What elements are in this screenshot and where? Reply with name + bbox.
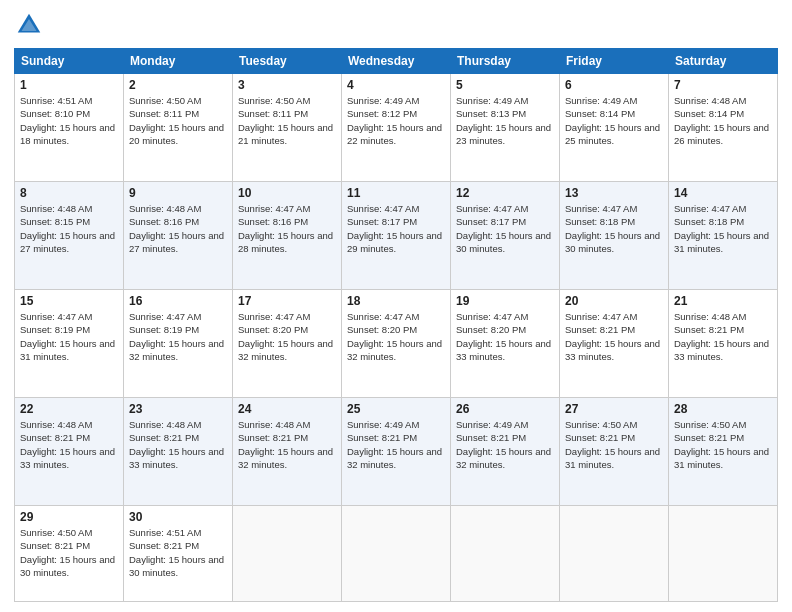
- calendar-cell: 5 Sunrise: 4:49 AMSunset: 8:13 PMDayligh…: [451, 74, 560, 182]
- column-header-monday: Monday: [124, 49, 233, 74]
- calendar-row-1: 8 Sunrise: 4:48 AMSunset: 8:15 PMDayligh…: [15, 182, 778, 290]
- calendar-row-4: 29 Sunrise: 4:50 AMSunset: 8:21 PMDaylig…: [15, 506, 778, 602]
- calendar-cell: [451, 506, 560, 602]
- calendar-cell: [342, 506, 451, 602]
- calendar-table: SundayMondayTuesdayWednesdayThursdayFrid…: [14, 48, 778, 602]
- day-number: 22: [20, 402, 118, 416]
- calendar-cell: 19 Sunrise: 4:47 AMSunset: 8:20 PMDaylig…: [451, 290, 560, 398]
- calendar-cell: 13 Sunrise: 4:47 AMSunset: 8:18 PMDaylig…: [560, 182, 669, 290]
- day-number: 25: [347, 402, 445, 416]
- calendar-cell: 16 Sunrise: 4:47 AMSunset: 8:19 PMDaylig…: [124, 290, 233, 398]
- cell-info: Sunrise: 4:47 AMSunset: 8:16 PMDaylight:…: [238, 203, 333, 254]
- day-number: 14: [674, 186, 772, 200]
- calendar-cell: 14 Sunrise: 4:47 AMSunset: 8:18 PMDaylig…: [669, 182, 778, 290]
- day-number: 26: [456, 402, 554, 416]
- page: SundayMondayTuesdayWednesdayThursdayFrid…: [0, 0, 792, 612]
- calendar-cell: 20 Sunrise: 4:47 AMSunset: 8:21 PMDaylig…: [560, 290, 669, 398]
- day-number: 12: [456, 186, 554, 200]
- calendar-cell: 25 Sunrise: 4:49 AMSunset: 8:21 PMDaylig…: [342, 398, 451, 506]
- column-header-wednesday: Wednesday: [342, 49, 451, 74]
- day-number: 10: [238, 186, 336, 200]
- cell-info: Sunrise: 4:49 AMSunset: 8:13 PMDaylight:…: [456, 95, 551, 146]
- day-number: 27: [565, 402, 663, 416]
- cell-info: Sunrise: 4:50 AMSunset: 8:21 PMDaylight:…: [674, 419, 769, 470]
- calendar-cell: [233, 506, 342, 602]
- day-number: 4: [347, 78, 445, 92]
- calendar-cell: 9 Sunrise: 4:48 AMSunset: 8:16 PMDayligh…: [124, 182, 233, 290]
- day-number: 9: [129, 186, 227, 200]
- cell-info: Sunrise: 4:50 AMSunset: 8:21 PMDaylight:…: [565, 419, 660, 470]
- calendar-cell: 22 Sunrise: 4:48 AMSunset: 8:21 PMDaylig…: [15, 398, 124, 506]
- calendar-row-0: 1 Sunrise: 4:51 AMSunset: 8:10 PMDayligh…: [15, 74, 778, 182]
- day-number: 20: [565, 294, 663, 308]
- calendar-cell: 3 Sunrise: 4:50 AMSunset: 8:11 PMDayligh…: [233, 74, 342, 182]
- cell-info: Sunrise: 4:50 AMSunset: 8:21 PMDaylight:…: [20, 527, 115, 578]
- calendar-cell: 11 Sunrise: 4:47 AMSunset: 8:17 PMDaylig…: [342, 182, 451, 290]
- calendar-cell: 28 Sunrise: 4:50 AMSunset: 8:21 PMDaylig…: [669, 398, 778, 506]
- day-number: 1: [20, 78, 118, 92]
- column-header-sunday: Sunday: [15, 49, 124, 74]
- logo-icon: [14, 10, 44, 40]
- calendar-cell: 1 Sunrise: 4:51 AMSunset: 8:10 PMDayligh…: [15, 74, 124, 182]
- cell-info: Sunrise: 4:48 AMSunset: 8:16 PMDaylight:…: [129, 203, 224, 254]
- cell-info: Sunrise: 4:47 AMSunset: 8:20 PMDaylight:…: [456, 311, 551, 362]
- cell-info: Sunrise: 4:48 AMSunset: 8:21 PMDaylight:…: [238, 419, 333, 470]
- cell-info: Sunrise: 4:48 AMSunset: 8:21 PMDaylight:…: [20, 419, 115, 470]
- calendar-cell: 21 Sunrise: 4:48 AMSunset: 8:21 PMDaylig…: [669, 290, 778, 398]
- calendar-cell: 4 Sunrise: 4:49 AMSunset: 8:12 PMDayligh…: [342, 74, 451, 182]
- cell-info: Sunrise: 4:49 AMSunset: 8:21 PMDaylight:…: [456, 419, 551, 470]
- logo: [14, 10, 48, 40]
- day-number: 17: [238, 294, 336, 308]
- day-number: 18: [347, 294, 445, 308]
- day-number: 21: [674, 294, 772, 308]
- cell-info: Sunrise: 4:47 AMSunset: 8:21 PMDaylight:…: [565, 311, 660, 362]
- cell-info: Sunrise: 4:47 AMSunset: 8:17 PMDaylight:…: [456, 203, 551, 254]
- calendar-cell: 7 Sunrise: 4:48 AMSunset: 8:14 PMDayligh…: [669, 74, 778, 182]
- day-number: 28: [674, 402, 772, 416]
- cell-info: Sunrise: 4:47 AMSunset: 8:20 PMDaylight:…: [238, 311, 333, 362]
- column-header-tuesday: Tuesday: [233, 49, 342, 74]
- cell-info: Sunrise: 4:50 AMSunset: 8:11 PMDaylight:…: [238, 95, 333, 146]
- cell-info: Sunrise: 4:51 AMSunset: 8:21 PMDaylight:…: [129, 527, 224, 578]
- day-number: 11: [347, 186, 445, 200]
- cell-info: Sunrise: 4:48 AMSunset: 8:14 PMDaylight:…: [674, 95, 769, 146]
- calendar-cell: [560, 506, 669, 602]
- cell-info: Sunrise: 4:51 AMSunset: 8:10 PMDaylight:…: [20, 95, 115, 146]
- calendar-cell: 12 Sunrise: 4:47 AMSunset: 8:17 PMDaylig…: [451, 182, 560, 290]
- day-number: 3: [238, 78, 336, 92]
- calendar-cell: 10 Sunrise: 4:47 AMSunset: 8:16 PMDaylig…: [233, 182, 342, 290]
- day-number: 2: [129, 78, 227, 92]
- cell-info: Sunrise: 4:47 AMSunset: 8:18 PMDaylight:…: [565, 203, 660, 254]
- day-number: 30: [129, 510, 227, 524]
- calendar-cell: [669, 506, 778, 602]
- day-number: 13: [565, 186, 663, 200]
- cell-info: Sunrise: 4:47 AMSunset: 8:17 PMDaylight:…: [347, 203, 442, 254]
- cell-info: Sunrise: 4:47 AMSunset: 8:20 PMDaylight:…: [347, 311, 442, 362]
- calendar-header-row: SundayMondayTuesdayWednesdayThursdayFrid…: [15, 49, 778, 74]
- calendar-cell: 8 Sunrise: 4:48 AMSunset: 8:15 PMDayligh…: [15, 182, 124, 290]
- cell-info: Sunrise: 4:48 AMSunset: 8:21 PMDaylight:…: [674, 311, 769, 362]
- column-header-friday: Friday: [560, 49, 669, 74]
- day-number: 16: [129, 294, 227, 308]
- cell-info: Sunrise: 4:49 AMSunset: 8:14 PMDaylight:…: [565, 95, 660, 146]
- day-number: 7: [674, 78, 772, 92]
- calendar-cell: 29 Sunrise: 4:50 AMSunset: 8:21 PMDaylig…: [15, 506, 124, 602]
- calendar-cell: 27 Sunrise: 4:50 AMSunset: 8:21 PMDaylig…: [560, 398, 669, 506]
- day-number: 23: [129, 402, 227, 416]
- cell-info: Sunrise: 4:48 AMSunset: 8:21 PMDaylight:…: [129, 419, 224, 470]
- cell-info: Sunrise: 4:50 AMSunset: 8:11 PMDaylight:…: [129, 95, 224, 146]
- column-header-saturday: Saturday: [669, 49, 778, 74]
- calendar-cell: 18 Sunrise: 4:47 AMSunset: 8:20 PMDaylig…: [342, 290, 451, 398]
- day-number: 15: [20, 294, 118, 308]
- header: [14, 10, 778, 40]
- calendar-cell: 6 Sunrise: 4:49 AMSunset: 8:14 PMDayligh…: [560, 74, 669, 182]
- calendar-cell: 26 Sunrise: 4:49 AMSunset: 8:21 PMDaylig…: [451, 398, 560, 506]
- calendar-cell: 2 Sunrise: 4:50 AMSunset: 8:11 PMDayligh…: [124, 74, 233, 182]
- column-header-thursday: Thursday: [451, 49, 560, 74]
- calendar-cell: 23 Sunrise: 4:48 AMSunset: 8:21 PMDaylig…: [124, 398, 233, 506]
- cell-info: Sunrise: 4:48 AMSunset: 8:15 PMDaylight:…: [20, 203, 115, 254]
- cell-info: Sunrise: 4:47 AMSunset: 8:19 PMDaylight:…: [20, 311, 115, 362]
- cell-info: Sunrise: 4:49 AMSunset: 8:21 PMDaylight:…: [347, 419, 442, 470]
- day-number: 19: [456, 294, 554, 308]
- day-number: 29: [20, 510, 118, 524]
